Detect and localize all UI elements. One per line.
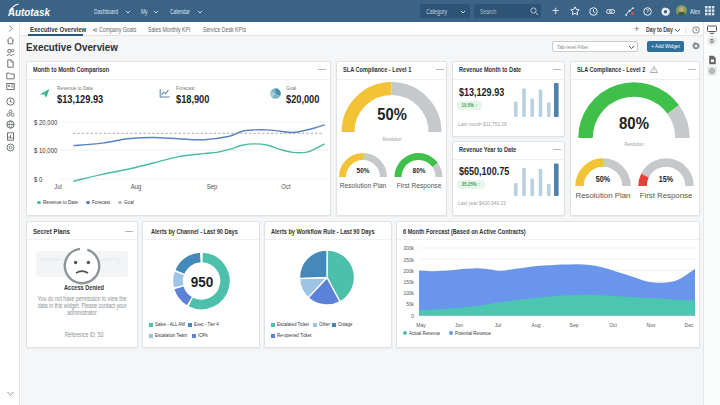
svg-text:?: ?	[646, 8, 649, 14]
svg-text:Autotask: Autotask	[8, 6, 51, 18]
